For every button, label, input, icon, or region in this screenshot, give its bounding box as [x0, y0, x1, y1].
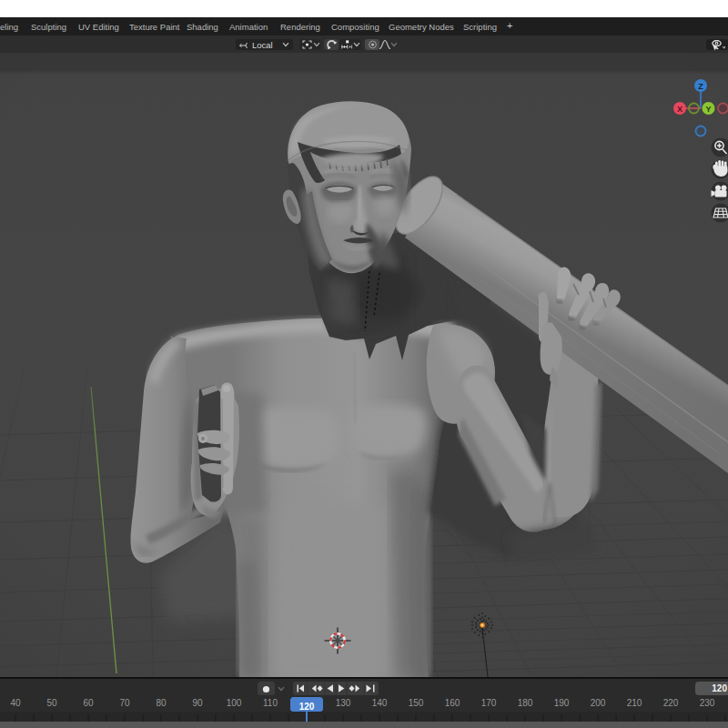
svg-text:X: X: [677, 105, 682, 114]
svg-text:Y: Y: [705, 105, 711, 114]
svg-text:Z: Z: [698, 82, 703, 91]
